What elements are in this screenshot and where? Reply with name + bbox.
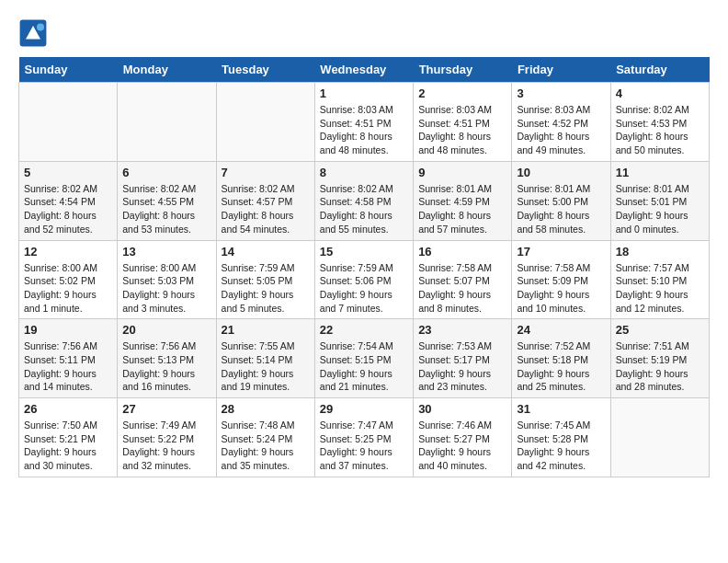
- day-number: 20: [122, 323, 210, 337]
- day-info: Sunrise: 7:52 AM Sunset: 5:18 PM Dayligh…: [517, 339, 605, 394]
- calendar-cell: 15Sunrise: 7:59 AM Sunset: 5:06 PM Dayli…: [314, 240, 413, 319]
- day-number: 3: [517, 86, 605, 100]
- day-info: Sunrise: 7:58 AM Sunset: 5:07 PM Dayligh…: [418, 261, 506, 316]
- day-info: Sunrise: 8:01 AM Sunset: 5:00 PM Dayligh…: [517, 182, 605, 236]
- day-number: 27: [122, 402, 210, 416]
- day-number: 1: [320, 86, 408, 100]
- day-info: Sunrise: 8:01 AM Sunset: 4:59 PM Dayligh…: [418, 182, 506, 236]
- day-info: Sunrise: 8:03 AM Sunset: 4:51 PM Dayligh…: [320, 103, 408, 157]
- calendar-cell: 1Sunrise: 8:03 AM Sunset: 4:51 PM Daylig…: [314, 83, 413, 162]
- day-number: 10: [517, 166, 605, 179]
- logo: [18, 18, 51, 48]
- day-number: 8: [320, 166, 408, 179]
- day-info: Sunrise: 7:45 AM Sunset: 5:28 PM Dayligh…: [517, 419, 605, 473]
- calendar-cell: 24Sunrise: 7:52 AM Sunset: 5:18 PM Dayli…: [512, 319, 610, 398]
- calendar-cell: 6Sunrise: 8:02 AM Sunset: 4:55 PM Daylig…: [118, 161, 216, 240]
- day-info: Sunrise: 7:55 AM Sunset: 5:14 PM Dayligh…: [222, 339, 310, 394]
- day-info: Sunrise: 7:48 AM Sunset: 5:24 PM Dayligh…: [222, 419, 310, 473]
- calendar-cell: 27Sunrise: 7:49 AM Sunset: 5:22 PM Dayli…: [118, 398, 216, 477]
- day-number: 4: [616, 86, 704, 100]
- calendar-week-2: 5Sunrise: 8:02 AM Sunset: 4:54 PM Daylig…: [19, 161, 710, 240]
- page-header: [18, 18, 710, 48]
- calendar-cell: 31Sunrise: 7:45 AM Sunset: 5:28 PM Dayli…: [512, 398, 610, 477]
- day-number: 13: [122, 245, 210, 259]
- day-info: Sunrise: 8:02 AM Sunset: 4:53 PM Dayligh…: [616, 103, 704, 157]
- calendar-cell: 7Sunrise: 8:02 AM Sunset: 4:57 PM Daylig…: [216, 161, 314, 240]
- weekday-header-monday: Monday: [118, 57, 216, 83]
- day-info: Sunrise: 7:57 AM Sunset: 5:10 PM Dayligh…: [616, 261, 704, 316]
- day-info: Sunrise: 7:49 AM Sunset: 5:22 PM Dayligh…: [122, 419, 210, 473]
- day-info: Sunrise: 7:56 AM Sunset: 5:13 PM Dayligh…: [122, 339, 210, 394]
- calendar-cell: 14Sunrise: 7:59 AM Sunset: 5:05 PM Dayli…: [216, 240, 314, 319]
- day-number: 16: [418, 245, 506, 259]
- day-info: Sunrise: 8:00 AM Sunset: 5:02 PM Dayligh…: [24, 261, 112, 316]
- day-info: Sunrise: 8:02 AM Sunset: 4:54 PM Dayligh…: [24, 182, 112, 236]
- weekday-header-wednesday: Wednesday: [314, 57, 413, 83]
- weekday-header-saturday: Saturday: [610, 57, 709, 83]
- day-info: Sunrise: 7:47 AM Sunset: 5:25 PM Dayligh…: [320, 419, 408, 473]
- calendar-cell: 18Sunrise: 7:57 AM Sunset: 5:10 PM Dayli…: [610, 240, 709, 319]
- day-number: 14: [222, 245, 310, 259]
- calendar-cell: 10Sunrise: 8:01 AM Sunset: 5:00 PM Dayli…: [512, 161, 610, 240]
- calendar-cell: 23Sunrise: 7:53 AM Sunset: 5:17 PM Dayli…: [414, 319, 512, 398]
- calendar-cell: 17Sunrise: 7:58 AM Sunset: 5:09 PM Dayli…: [512, 240, 610, 319]
- calendar-week-5: 26Sunrise: 7:50 AM Sunset: 5:21 PM Dayli…: [19, 398, 710, 477]
- day-info: Sunrise: 8:01 AM Sunset: 5:01 PM Dayligh…: [616, 182, 704, 236]
- day-number: 9: [418, 166, 506, 179]
- day-info: Sunrise: 7:46 AM Sunset: 5:27 PM Dayligh…: [418, 419, 506, 473]
- day-number: 31: [517, 402, 605, 416]
- day-number: 26: [24, 402, 112, 416]
- calendar-cell: 2Sunrise: 8:03 AM Sunset: 4:51 PM Daylig…: [414, 83, 512, 162]
- day-info: Sunrise: 7:59 AM Sunset: 5:05 PM Dayligh…: [222, 261, 310, 316]
- calendar-cell: 19Sunrise: 7:56 AM Sunset: 5:11 PM Dayli…: [19, 319, 118, 398]
- day-info: Sunrise: 7:58 AM Sunset: 5:09 PM Dayligh…: [517, 261, 605, 316]
- day-number: 5: [24, 166, 112, 179]
- calendar-cell: 30Sunrise: 7:46 AM Sunset: 5:27 PM Dayli…: [414, 398, 512, 477]
- logo-icon: [18, 18, 48, 48]
- calendar-cell: [216, 83, 314, 162]
- calendar-week-1: 1Sunrise: 8:03 AM Sunset: 4:51 PM Daylig…: [19, 83, 710, 162]
- calendar-week-3: 12Sunrise: 8:00 AM Sunset: 5:02 PM Dayli…: [19, 240, 710, 319]
- calendar-table: SundayMondayTuesdayWednesdayThursdayFrid…: [18, 57, 710, 477]
- calendar-header: SundayMondayTuesdayWednesdayThursdayFrid…: [19, 57, 710, 83]
- day-number: 19: [24, 323, 112, 337]
- day-info: Sunrise: 8:02 AM Sunset: 4:55 PM Dayligh…: [122, 182, 210, 236]
- day-number: 23: [418, 323, 506, 337]
- svg-point-2: [37, 24, 44, 31]
- day-number: 17: [517, 245, 605, 259]
- calendar-cell: 20Sunrise: 7:56 AM Sunset: 5:13 PM Dayli…: [118, 319, 216, 398]
- weekday-row: SundayMondayTuesdayWednesdayThursdayFrid…: [19, 57, 710, 83]
- day-info: Sunrise: 7:54 AM Sunset: 5:15 PM Dayligh…: [320, 339, 408, 394]
- calendar-cell: 21Sunrise: 7:55 AM Sunset: 5:14 PM Dayli…: [216, 319, 314, 398]
- calendar-cell: 25Sunrise: 7:51 AM Sunset: 5:19 PM Dayli…: [610, 319, 709, 398]
- day-number: 18: [616, 245, 704, 259]
- weekday-header-friday: Friday: [512, 57, 610, 83]
- calendar-cell: [118, 83, 216, 162]
- day-number: 30: [418, 402, 506, 416]
- day-info: Sunrise: 8:02 AM Sunset: 4:58 PM Dayligh…: [320, 182, 408, 236]
- calendar-cell: 8Sunrise: 8:02 AM Sunset: 4:58 PM Daylig…: [314, 161, 413, 240]
- calendar-cell: 22Sunrise: 7:54 AM Sunset: 5:15 PM Dayli…: [314, 319, 413, 398]
- weekday-header-tuesday: Tuesday: [216, 57, 314, 83]
- calendar-cell: 29Sunrise: 7:47 AM Sunset: 5:25 PM Dayli…: [314, 398, 413, 477]
- day-number: 7: [222, 166, 310, 179]
- day-number: 12: [24, 245, 112, 259]
- calendar-week-4: 19Sunrise: 7:56 AM Sunset: 5:11 PM Dayli…: [19, 319, 710, 398]
- weekday-header-thursday: Thursday: [414, 57, 512, 83]
- calendar-cell: 4Sunrise: 8:02 AM Sunset: 4:53 PM Daylig…: [610, 83, 709, 162]
- calendar-body: 1Sunrise: 8:03 AM Sunset: 4:51 PM Daylig…: [19, 83, 710, 477]
- day-number: 28: [222, 402, 310, 416]
- calendar-cell: 5Sunrise: 8:02 AM Sunset: 4:54 PM Daylig…: [19, 161, 118, 240]
- day-number: 25: [616, 323, 704, 337]
- calendar-cell: [19, 83, 118, 162]
- day-info: Sunrise: 7:51 AM Sunset: 5:19 PM Dayligh…: [616, 339, 704, 394]
- day-info: Sunrise: 8:00 AM Sunset: 5:03 PM Dayligh…: [122, 261, 210, 316]
- day-number: 29: [320, 402, 408, 416]
- day-info: Sunrise: 7:50 AM Sunset: 5:21 PM Dayligh…: [24, 419, 112, 473]
- calendar-cell: 12Sunrise: 8:00 AM Sunset: 5:02 PM Dayli…: [19, 240, 118, 319]
- calendar-cell: 26Sunrise: 7:50 AM Sunset: 5:21 PM Dayli…: [19, 398, 118, 477]
- day-number: 11: [616, 166, 704, 179]
- calendar-cell: [610, 398, 709, 477]
- day-info: Sunrise: 8:02 AM Sunset: 4:57 PM Dayligh…: [222, 182, 310, 236]
- day-number: 22: [320, 323, 408, 337]
